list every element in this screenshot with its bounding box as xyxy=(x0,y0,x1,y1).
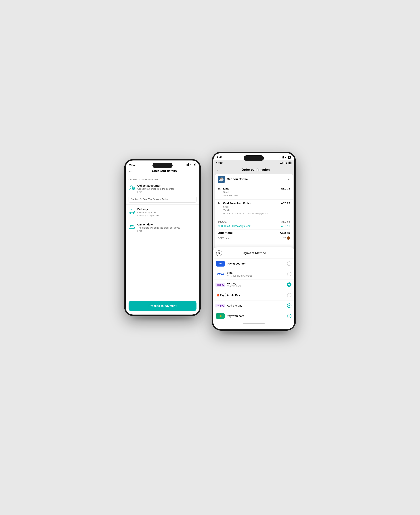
cold-press-details: Small Vanilla xyxy=(223,205,290,212)
signal-bar-f3 xyxy=(282,157,283,158)
latte-size: Small xyxy=(223,191,290,194)
battery-icon-front: ▮ xyxy=(288,156,291,159)
payment-option-visa[interactable]: VISA Visa **** 7485 | Expiry: 01/25 xyxy=(213,269,294,279)
svg-point-4 xyxy=(133,212,134,214)
scene: 9:41 ▲ ▮ ← Checkout details xyxy=(119,148,301,367)
order-conf-title: Order confirmation xyxy=(220,168,292,172)
cold-press-qty: 1x xyxy=(218,202,222,205)
visa-radio[interactable] xyxy=(287,272,292,276)
svg-rect-8 xyxy=(131,226,133,227)
car-info: Car window The barista will bring the or… xyxy=(137,223,180,232)
chevron-up-icon[interactable]: ∧ xyxy=(288,178,290,181)
applepay-logo: 🍎Pay xyxy=(215,293,226,297)
collect-icon xyxy=(128,184,135,191)
order-type-section-label: CHOOSE YOUR ORDER TYPE xyxy=(126,177,199,182)
pay-card-text: Pay with card xyxy=(227,314,285,317)
divider-2 xyxy=(126,204,199,205)
stc-text: stc pay 058 783 7902 xyxy=(227,282,285,288)
order-conf-header: ← Order confirmation xyxy=(213,166,294,174)
checkout-title: Checkout details xyxy=(132,169,196,173)
stc-radio[interactable] xyxy=(287,283,292,287)
applepay-icon-container: 🍎Pay xyxy=(216,292,225,298)
pay-counter-card: VISA xyxy=(216,261,225,267)
svg-point-3 xyxy=(130,212,131,214)
stc-icon-container: stcpay xyxy=(216,282,225,288)
pay-card-icon: 💳 xyxy=(216,313,225,319)
signal-bar-f2 xyxy=(281,157,281,158)
total-label: Order total xyxy=(218,231,233,235)
subtotal-value: AED 54 xyxy=(281,220,290,223)
payment-option-add-stc[interactable]: stcpay Add stc pay + xyxy=(213,300,294,311)
add-stc-icon-container: stcpay xyxy=(216,303,225,308)
cold-press-row: 1x Cold Press Iced Coffee AED 20 xyxy=(218,202,290,205)
applepay-name: Apple Pay xyxy=(227,294,285,297)
payment-option-applepay[interactable]: 🍎Pay Apple Pay xyxy=(213,290,294,300)
payment-option-pay-card[interactable]: 💳 Pay with card + xyxy=(213,311,294,321)
signal-bars-gray xyxy=(280,162,284,164)
time-gray: 10:30 xyxy=(216,161,223,164)
collect-desc: Collect your order from the counter xyxy=(137,187,174,190)
latte-name: Latte xyxy=(223,187,229,190)
phone-back: 9:41 ▲ ▮ ← Checkout details xyxy=(124,159,201,316)
car-desc: The barista will bring the order out to … xyxy=(137,226,180,229)
subtotal-row: Subtotal AED 54 xyxy=(218,219,290,224)
status-icons-front: ▲ ▮ xyxy=(280,156,291,159)
applepay-text: Apple Pay xyxy=(227,294,285,297)
latte-row: 1x Latte AED 34 xyxy=(218,187,290,190)
pay-card-add-button[interactable]: + xyxy=(287,314,292,318)
car-icon xyxy=(128,223,135,230)
applepay-radio[interactable] xyxy=(287,293,292,297)
close-icon: × xyxy=(218,252,220,255)
discount-label: AED 10 off - Discovery credit xyxy=(218,224,250,227)
latte-qty: 1x xyxy=(218,187,222,190)
order-type-collect[interactable]: Collect at counter Collect your order fr… xyxy=(126,182,199,195)
time-back: 9:41 xyxy=(129,163,135,166)
time-front: 9:41 xyxy=(217,156,222,159)
payment-option-stc[interactable]: stcpay stc pay 058 783 7902 xyxy=(213,279,294,290)
counter-radio[interactable] xyxy=(287,261,292,266)
phone-front-shadow xyxy=(220,331,287,334)
order-type-delivery[interactable]: Delivery Delivered by Cofe Delivery char… xyxy=(126,205,199,219)
wifi-icon-gray: ▲ xyxy=(285,162,288,164)
order-conf-area: ← Order confirmation ☕ Caribou Coffee ∧ xyxy=(213,166,294,329)
restaurant-logo: ☕ xyxy=(218,176,225,183)
signal-bar-g3 xyxy=(283,162,283,164)
delivery-desc: Delivered by Cofe xyxy=(137,211,162,214)
subtotal-label: Subtotal xyxy=(218,220,227,223)
collect-info: Collect at counter Collect your order fr… xyxy=(137,184,174,193)
visa-name: Visa xyxy=(227,271,285,274)
signal-bar-3 xyxy=(187,164,188,166)
signal-bar-g4 xyxy=(284,162,284,164)
bean-icon xyxy=(287,236,290,240)
add-stc-button[interactable]: + xyxy=(287,303,292,308)
order-type-car[interactable]: Car window The barista will bring the or… xyxy=(126,221,199,234)
total-value: AED 45 xyxy=(280,231,290,235)
signal-bar-f1 xyxy=(280,157,280,158)
pay-card-icon-container: 💳 xyxy=(216,313,225,319)
back-arrow-front[interactable]: ← xyxy=(216,168,220,172)
payment-option-counter[interactable]: VISA Pay at counter xyxy=(213,259,294,269)
back-arrow-back[interactable]: ← xyxy=(128,169,132,173)
cold-press-note: Note: Extra hot and in a take away cup p… xyxy=(223,212,290,215)
beans-row: COFE beans 20 xyxy=(218,236,290,240)
restaurant-name: Caribou Coffee xyxy=(227,178,248,181)
proceed-to-payment-button[interactable]: Proceed to payment xyxy=(128,301,196,311)
order-item-cold-press: 1x Cold Press Iced Coffee AED 20 Small V… xyxy=(215,200,293,217)
signal-bar-4 xyxy=(188,163,189,166)
visa-text: Visa **** 7485 | Expiry: 01/25 xyxy=(227,271,285,277)
wifi-icon-front: ▲ xyxy=(285,156,287,159)
cold-press-flavor: Vanilla xyxy=(223,209,290,212)
dynamic-island-front xyxy=(244,155,264,161)
visa-logo: VISA xyxy=(217,272,225,276)
delivery-info: Delivery Delivered by Cofe Delivery char… xyxy=(137,208,162,217)
status-icons-back: ▲ ▮ xyxy=(185,163,196,166)
stc-sub: 058 783 7902 xyxy=(227,285,285,288)
stc-logo: stcpay xyxy=(216,283,225,287)
payment-close-button[interactable]: × xyxy=(216,250,222,256)
delivery-price: Delivery charges AED 7 xyxy=(137,214,162,217)
add-stc-text: Add stc pay xyxy=(227,304,285,307)
order-conf-screen: 9:41 ▲ ▮ 10:30 xyxy=(213,153,294,329)
divider-1 xyxy=(126,176,199,176)
discount-row: AED 10 off - Discovery credit - AED 10 xyxy=(218,224,290,228)
battery-icon-gray: ▮ xyxy=(289,162,292,164)
